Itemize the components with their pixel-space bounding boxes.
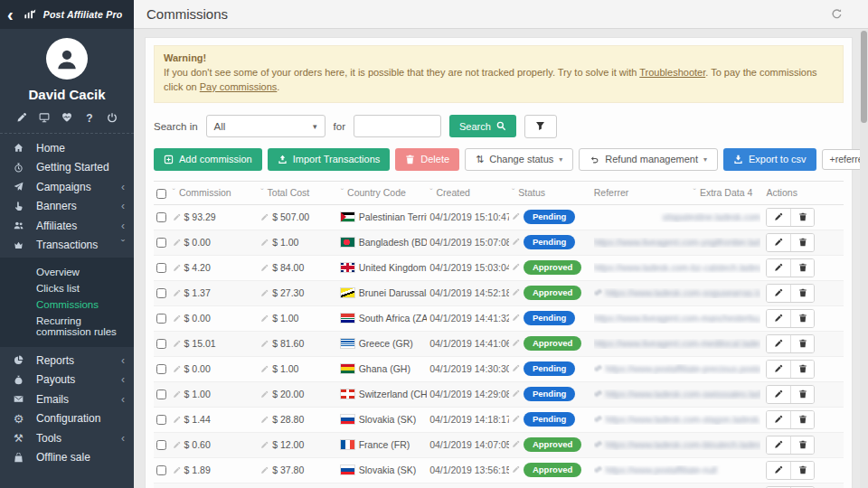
edit-row-button[interactable] xyxy=(767,234,790,251)
scrollbar[interactable] xyxy=(860,30,868,488)
submenu-item-clicks-list[interactable]: Clicks list xyxy=(0,280,134,296)
delete-row-button[interactable] xyxy=(790,462,814,479)
edit-inline-icon[interactable] xyxy=(173,416,181,425)
edit-inline-icon[interactable] xyxy=(512,288,520,297)
help-icon[interactable]: ? xyxy=(82,112,97,125)
edit-inline-icon[interactable] xyxy=(260,441,269,450)
edit-inline-icon[interactable] xyxy=(173,340,181,349)
edit-inline-icon[interactable] xyxy=(260,264,269,273)
export-csv-button[interactable]: Export to csv xyxy=(723,148,816,171)
sidebar-item-transactions[interactable]: Transactionsˇ xyxy=(0,236,134,256)
edit-row-button[interactable] xyxy=(767,386,790,403)
search-button[interactable]: Search xyxy=(449,115,516,137)
edit-inline-icon[interactable] xyxy=(260,289,269,298)
delete-row-button[interactable] xyxy=(790,361,814,378)
sidebar-item-affiliates[interactable]: Affiliates‹ xyxy=(0,216,134,236)
delete-row-button[interactable] xyxy=(790,234,814,251)
delete-row-button[interactable] xyxy=(790,386,814,403)
column-header-commission[interactable]: ˇCommission xyxy=(170,181,259,204)
add-commission-button[interactable]: Add commission xyxy=(154,148,262,171)
sidebar-item-home[interactable]: Home xyxy=(0,138,134,158)
import-transactions-button[interactable]: Import Transactions xyxy=(268,148,391,171)
edit-inline-icon[interactable] xyxy=(512,212,520,221)
delete-row-button[interactable] xyxy=(790,259,814,277)
edit-row-button[interactable] xyxy=(767,209,790,226)
edit-inline-icon[interactable] xyxy=(512,339,520,348)
edit-inline-icon[interactable] xyxy=(260,416,269,425)
column-header-total-cost[interactable]: ˇTotal Cost xyxy=(258,181,338,204)
edit-inline-icon[interactable] xyxy=(173,466,181,475)
edit-inline-icon[interactable] xyxy=(173,289,181,298)
edit-inline-icon[interactable] xyxy=(512,238,520,247)
submenu-item-recurring-commission-rules[interactable]: Recurring commission rules xyxy=(0,313,134,340)
column-header-select[interactable] xyxy=(154,181,170,204)
column-header-extra-data-4[interactable]: ˇExtra Data 4 xyxy=(691,181,764,204)
search-input[interactable] xyxy=(354,115,441,137)
edit-inline-icon[interactable] xyxy=(173,213,181,222)
edit-inline-icon[interactable] xyxy=(260,365,269,374)
row-checkbox[interactable] xyxy=(156,465,166,475)
row-checkbox[interactable] xyxy=(156,389,166,399)
edit-row-button[interactable] xyxy=(767,285,790,302)
edit-inline-icon[interactable] xyxy=(173,314,181,324)
edit-inline-icon[interactable] xyxy=(512,465,520,474)
sidebar-item-payouts[interactable]: Payouts‹ xyxy=(0,371,134,390)
delete-row-button[interactable] xyxy=(790,335,814,352)
delete-row-button[interactable] xyxy=(790,436,814,454)
row-checkbox[interactable] xyxy=(156,238,166,248)
column-header-country-code[interactable]: ˇCountry Code xyxy=(338,181,427,204)
delete-row-button[interactable] xyxy=(790,411,814,428)
sidebar-item-reports[interactable]: Reports‹ xyxy=(0,351,134,371)
refund-management-button[interactable]: Refund management▾ xyxy=(579,148,718,171)
edit-inline-icon[interactable] xyxy=(260,340,269,349)
submenu-item-commissions[interactable]: Commissions xyxy=(0,296,134,313)
edit-inline-icon[interactable] xyxy=(173,264,181,273)
edit-inline-icon[interactable] xyxy=(173,441,181,450)
edit-inline-icon[interactable] xyxy=(173,390,181,399)
edit-inline-icon[interactable] xyxy=(260,213,269,222)
sidebar-item-banners[interactable]: Banners‹ xyxy=(0,197,134,217)
devices-icon[interactable] xyxy=(37,112,52,125)
sidebar-item-tools[interactable]: ⚒Tools‹ xyxy=(0,428,134,448)
edit-row-button[interactable] xyxy=(767,462,790,479)
logout-icon[interactable] xyxy=(105,112,119,125)
edit-inline-icon[interactable] xyxy=(260,239,269,248)
edit-row-button[interactable] xyxy=(767,259,790,277)
select-all-checkbox[interactable] xyxy=(156,189,166,199)
row-checkbox[interactable] xyxy=(156,339,166,349)
row-checkbox[interactable] xyxy=(156,314,166,324)
sidebar-item-offline-sale[interactable]: Offline sale xyxy=(0,448,134,468)
edit-profile-icon[interactable] xyxy=(14,112,29,125)
sidebar-item-campaigns[interactable]: Campaigns‹ xyxy=(0,177,134,197)
row-checkbox[interactable] xyxy=(156,212,166,222)
edit-inline-icon[interactable] xyxy=(173,239,181,248)
edit-inline-icon[interactable] xyxy=(173,365,181,374)
edit-inline-icon[interactable] xyxy=(512,364,520,373)
row-checkbox[interactable] xyxy=(156,263,166,273)
avatar[interactable] xyxy=(46,38,88,80)
scrollbar-thumb[interactable] xyxy=(861,31,867,123)
column-header-status[interactable]: ˇStatus xyxy=(509,181,591,204)
sidebar-item-getting-started[interactable]: Getting Started xyxy=(0,158,134,178)
change-status-button[interactable]: ⇅Change status▾ xyxy=(465,148,573,171)
filter-button[interactable] xyxy=(524,115,557,138)
delete-row-button[interactable] xyxy=(790,209,814,226)
delete-row-button[interactable] xyxy=(790,285,814,302)
edit-inline-icon[interactable] xyxy=(512,314,520,323)
row-checkbox[interactable] xyxy=(156,440,166,450)
pay-commissions-link[interactable]: Pay commissions xyxy=(200,81,278,92)
edit-inline-icon[interactable] xyxy=(512,440,520,449)
search-field-select[interactable]: All▾ xyxy=(206,115,326,137)
edit-inline-icon[interactable] xyxy=(260,314,269,324)
row-checkbox[interactable] xyxy=(156,415,166,425)
troubleshooter-link[interactable]: Troubleshooter xyxy=(639,67,705,78)
back-icon[interactable]: ‹ xyxy=(7,5,14,23)
edit-row-button[interactable] xyxy=(767,361,790,378)
sidebar-item-configuration[interactable]: ⚙Configuration xyxy=(0,409,134,429)
edit-row-button[interactable] xyxy=(767,436,790,454)
submenu-item-overview[interactable]: Overview xyxy=(0,264,134,280)
sidebar-item-emails[interactable]: Emails‹ xyxy=(0,389,134,409)
edit-inline-icon[interactable] xyxy=(512,263,520,272)
edit-inline-icon[interactable] xyxy=(260,390,269,399)
edit-inline-icon[interactable] xyxy=(512,415,520,424)
